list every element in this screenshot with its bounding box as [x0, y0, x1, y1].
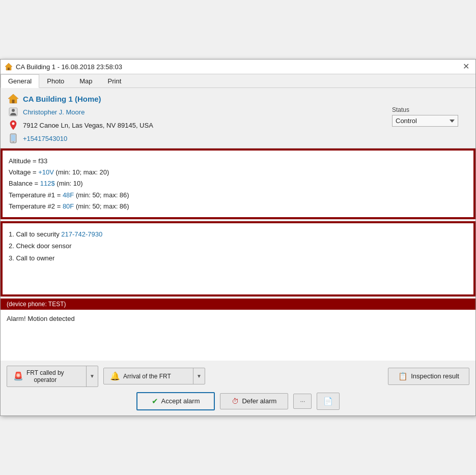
more-button[interactable]: ···: [293, 394, 312, 409]
device-phone-bar: (device phone: TEST): [1, 299, 475, 310]
status-label: Status: [392, 106, 458, 113]
tab-general[interactable]: General: [1, 74, 39, 88]
arrival-frt-split: 🔔 Arrival of the FRT ▼: [103, 368, 205, 384]
frt-called-dropdown[interactable]: ▼: [86, 366, 98, 387]
frt-called-label: FRT called by operator: [26, 369, 64, 383]
main-window: CA Building 1 - 16.08.2018 23:58:03 ✕ Ge…: [0, 59, 476, 415]
close-button[interactable]: ✕: [461, 63, 471, 71]
phone-row: +15417543010: [8, 133, 153, 144]
step-1: 1. Call to security 217-742-7930: [9, 228, 467, 240]
tab-photo[interactable]: Photo: [39, 74, 72, 87]
note-icon: 📄: [323, 397, 333, 406]
title-bar-left: CA Building 1 - 16.08.2018 23:58:03: [5, 63, 122, 71]
home-icon: [8, 93, 19, 104]
alarm-message: Alarm! Motion detected: [7, 315, 75, 322]
person-row: Christopher J. Moore: [8, 106, 153, 117]
accept-alarm-label: Accept alarm: [161, 397, 200, 405]
phone-text: +15417543010: [23, 135, 67, 142]
svg-point-9: [13, 141, 14, 142]
map-pin-icon: [9, 120, 18, 130]
note-button[interactable]: 📄: [317, 393, 340, 410]
sensor-altitude: Altitude = f33: [9, 156, 467, 167]
status-section: Status Control Guard Disarmed: [392, 106, 458, 127]
address-row: 7912 Canoe Ln, Las Vegas, NV 89145, USA: [8, 120, 153, 131]
mobile-icon: [8, 133, 19, 144]
sensor-section-wrapper: Altitude = f33 Voltage = +10V (min: 10; …: [1, 149, 475, 219]
mobile-phone-icon: [10, 133, 17, 143]
sensor-panel: Altitude = f33 Voltage = +10V (min: 10; …: [3, 151, 473, 217]
more-label: ···: [300, 398, 305, 405]
address-text: 7912 Canoe Ln, Las Vegas, NV 89145, USA: [23, 122, 153, 129]
frt-icon: 🚨: [13, 371, 23, 381]
step-2: 2. Check door sensor: [9, 240, 467, 252]
step-3: 3. Call to owner: [9, 252, 467, 264]
alarm-section-wrapper: (device phone: TEST) Alarm! Motion detec…: [1, 299, 475, 361]
app-icon: [5, 63, 13, 71]
svg-rect-8: [11, 135, 15, 141]
person-name: Christopher J. Moore: [23, 108, 85, 116]
building-name: CA Building 1 (Home): [23, 95, 101, 103]
sensor-temp2: Temperature #2 = 80F (min: 50; max: 86): [9, 201, 467, 212]
tab-bar: General Photo Map Print: [1, 74, 475, 88]
steps-panel: 1. Call to security 217-742-7930 2. Chec…: [3, 223, 473, 294]
button-row-2: ✔ Accept alarm ⏱ Defer alarm ··· 📄: [7, 392, 469, 410]
inspection-icon: 📋: [398, 372, 408, 381]
frt-called-split: 🚨 FRT called by operator ▼: [7, 366, 98, 387]
check-icon: ✔: [152, 397, 158, 406]
sensor-voltage: Voltage = +10V (min: 10; max: 20): [9, 167, 467, 178]
building-icon: [8, 93, 19, 104]
title-bar: CA Building 1 - 16.08.2018 23:58:03 ✕: [1, 60, 475, 74]
svg-point-6: [12, 123, 15, 125]
arrival-frt-dropdown[interactable]: ▼: [193, 368, 205, 384]
accept-alarm-button[interactable]: ✔ Accept alarm: [136, 392, 215, 410]
svg-point-5: [12, 109, 15, 112]
svg-rect-3: [12, 100, 15, 103]
window-title: CA Building 1 - 16.08.2018 23:58:03: [16, 63, 122, 71]
status-select[interactable]: Control Guard Disarmed: [392, 115, 458, 127]
bottom-area: 🚨 FRT called by operator ▼ 🔔 Arrival of …: [1, 361, 475, 415]
info-section: CA Building 1 (Home) Christopher J. Moor…: [1, 88, 475, 149]
arrival-frt-button[interactable]: 🔔 Arrival of the FRT: [104, 368, 193, 384]
person-icon: [8, 106, 19, 117]
tab-print[interactable]: Print: [100, 74, 129, 87]
alarm-panel: Alarm! Motion detected: [1, 310, 475, 361]
steps-section-wrapper: 1. Call to security 217-742-7930 2. Chec…: [1, 221, 475, 296]
frt-called-button[interactable]: 🚨 FRT called by operator: [7, 366, 86, 387]
sensor-temp1: Temperature #1 = 48F (min: 50; max: 86): [9, 190, 467, 201]
arrival-frt-label: Arrival of the FRT: [123, 373, 171, 380]
building-row: CA Building 1 (Home): [8, 93, 468, 104]
inspection-result-button[interactable]: 📋 Inspection result: [388, 368, 469, 385]
sensor-balance: Balance = 112$ (min: 10): [9, 178, 467, 189]
location-icon: [8, 120, 19, 131]
svg-rect-1: [8, 68, 10, 70]
button-row-1: 🚨 FRT called by operator ▼ 🔔 Arrival of …: [7, 366, 469, 387]
device-phone-text: (device phone: TEST): [7, 301, 66, 308]
defer-alarm-label: Defer alarm: [242, 397, 276, 405]
defer-alarm-button[interactable]: ⏱ Defer alarm: [220, 393, 288, 409]
inspection-result-label: Inspection result: [411, 372, 459, 380]
arrival-icon: 🔔: [110, 371, 120, 381]
contact-icon: [8, 107, 18, 117]
tab-map[interactable]: Map: [72, 74, 100, 87]
clock-icon: ⏱: [232, 397, 239, 405]
